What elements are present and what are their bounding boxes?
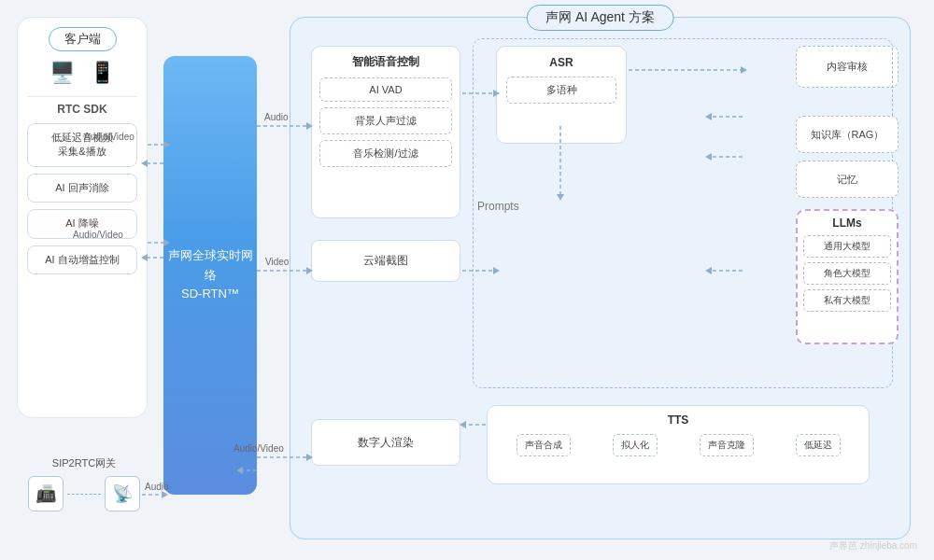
speech-control-box: 智能语音控制 AI VAD 背景人声过滤 音乐检测/过滤	[311, 46, 460, 218]
llms-title: LLMs	[803, 217, 891, 230]
tts-box: TTS 声音合成 拟人化 声音克隆 低延迟	[487, 405, 870, 484]
tts-items: 声音合成 拟人化 声音克隆 低延迟	[495, 434, 861, 456]
client-label: 客户端	[49, 27, 117, 51]
speech-control-title: 智能语音控制	[319, 54, 452, 70]
client-icons: 🖥️ 📱	[27, 61, 137, 85]
sip-dotline	[67, 494, 101, 495]
ai-agent-label: 声网 AI Agent 方案	[526, 5, 674, 31]
svg-text:Video: Video	[265, 257, 290, 267]
sip-label: SIP2RTC网关	[28, 456, 140, 470]
watermark: 声界芭 zhinjieba.com	[829, 539, 917, 553]
tts-item-2: 拟人化	[613, 434, 658, 456]
monitor-icon: 🖥️	[50, 61, 75, 85]
digital-box: 数字人渲染	[311, 419, 460, 466]
llms-box: LLMs 通用大模型 角色大模型 私有大模型	[796, 209, 899, 344]
client-item-2: AI 回声消除	[27, 174, 137, 203]
sip-router-icon: 📡	[105, 476, 140, 511]
client-item-1: 低延迟音视频 采集&播放	[27, 123, 137, 167]
ai-agent-section: 声网 AI Agent 方案 智能语音控制 AI VAD 背景人声过滤 音乐检测…	[290, 17, 911, 539]
client-section: 客户端 🖥️ 📱 RTC SDK 低延迟音视频 采集&播放 AI 回声消除 AI…	[17, 17, 148, 418]
client-item-3: AI 降噪	[27, 209, 137, 238]
client-item-4: AI 自动增益控制	[27, 245, 137, 274]
sip-section: SIP2RTC网关 📠 📡	[28, 456, 140, 511]
memory-box: 记忆	[796, 161, 899, 198]
tts-title: TTS	[495, 413, 861, 427]
tablet-icon: 📱	[90, 61, 115, 85]
sdrtn-section: 声网全球实时网络 SD-RTN™	[163, 56, 257, 495]
diagram-container: 客户端 🖥️ 📱 RTC SDK 低延迟音视频 采集&播放 AI 回声消除 AI…	[0, 0, 934, 560]
cloud-box: 云端截图	[311, 240, 460, 282]
speech-item-vad: AI VAD	[319, 77, 452, 102]
llms-item-1: 通用大模型	[803, 235, 891, 258]
tts-item-3: 声音克隆	[700, 434, 754, 456]
sip-phone-icon: 📠	[28, 476, 64, 511]
speech-item-music: 音乐检测/过滤	[319, 140, 452, 167]
prompts-label: Prompts	[477, 200, 519, 213]
llms-item-3: 私有大模型	[803, 289, 891, 312]
rtc-sdk-label: RTC SDK	[27, 103, 137, 116]
sip-icons: 📠 📡	[28, 476, 140, 511]
svg-text:Audio: Audio	[264, 112, 289, 122]
sdrtn-line1: 声网全球实时网络	[163, 246, 257, 286]
sdrtn-line2: SD-RTN™	[181, 285, 239, 304]
knowledge-box: 知识库（RAG）	[796, 116, 899, 153]
tts-item-4: 低延迟	[796, 434, 841, 456]
llms-item-2: 角色大模型	[803, 262, 891, 285]
speech-item-bg: 背景人声过滤	[319, 107, 452, 134]
tts-item-1: 声音合成	[517, 434, 571, 456]
